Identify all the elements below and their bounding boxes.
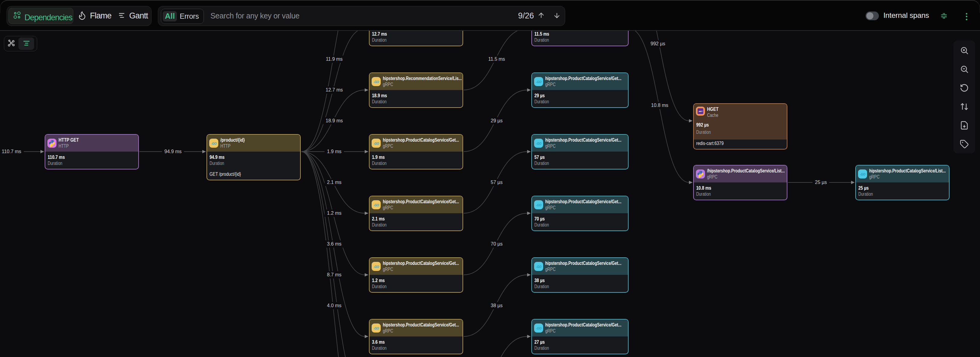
svg-text:-GO: -GO	[536, 204, 541, 207]
svg-text:-GO: -GO	[374, 265, 379, 268]
svg-text:-GO: -GO	[374, 142, 379, 145]
svg-text:-GO: -GO	[374, 204, 379, 207]
svg-text:-GO: -GO	[211, 142, 216, 145]
svg-text:-GO: -GO	[536, 327, 541, 330]
svg-text:-GO: -GO	[860, 173, 865, 176]
svg-text:-GO: -GO	[374, 327, 379, 330]
svg-text:-GO: -GO	[536, 142, 541, 145]
svg-text:-GO: -GO	[536, 265, 541, 268]
svg-text:-GO: -GO	[374, 80, 379, 84]
svg-text:-GO: -GO	[536, 80, 541, 84]
svg-text:.NET: .NET	[698, 110, 703, 112]
